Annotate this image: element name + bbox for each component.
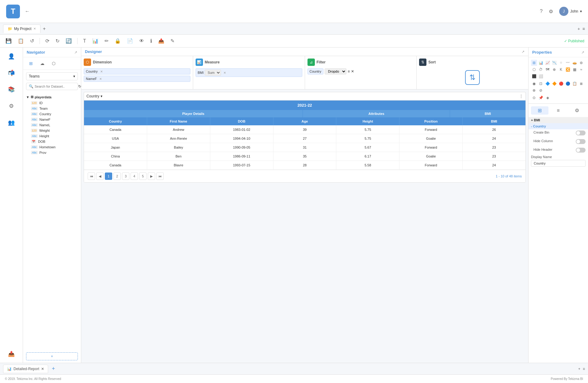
viz-heatmap-icon[interactable]: ▦ <box>571 66 578 73</box>
bmi-section-header[interactable]: + BMI <box>529 117 588 123</box>
page-3-button[interactable]: 3 <box>122 173 129 180</box>
viz-r3-icon[interactable]: 🔷 <box>544 81 551 87</box>
nav-tab-dataset[interactable]: ⊞ <box>27 60 35 67</box>
tab-menu-icon[interactable]: ≡ <box>582 26 585 31</box>
save-as-icon[interactable]: 📋 <box>16 37 26 45</box>
info-icon[interactable]: ℹ <box>148 37 154 45</box>
add-report-button[interactable]: + <box>52 366 55 372</box>
bottom-tab-detailed-report[interactable]: 📊 Detailed-Report ✕ <box>3 365 48 373</box>
viz-waterfall-icon[interactable]: ≈ <box>578 66 584 73</box>
tree-item-country[interactable]: Abc Country <box>31 111 78 117</box>
refresh-icon[interactable]: ⟳ <box>44 37 51 45</box>
tree-item-dob[interactable]: 📅 DOB <box>31 139 78 144</box>
sidebar-item-library[interactable]: 📚 <box>6 84 17 95</box>
filter-close-icon[interactable]: ✕ <box>351 69 354 74</box>
tree-item-weight[interactable]: 123 Weight <box>31 128 78 133</box>
share-icon[interactable]: 📤 <box>156 37 166 45</box>
dataset-dropdown[interactable]: Teams ▾ <box>26 72 78 80</box>
viz-pie-icon[interactable]: 🥧 <box>571 60 578 66</box>
viz-treemap-icon[interactable]: ⬛ <box>531 73 537 79</box>
viz-bar-icon[interactable]: 📊 <box>538 60 544 66</box>
back-button[interactable]: ← <box>25 9 30 14</box>
viz-combo-icon[interactable]: 🔀 <box>565 66 571 73</box>
sidebar-item-share[interactable]: 📤 <box>6 348 17 360</box>
bottom-menu-icon[interactable]: ≡ <box>583 367 585 371</box>
viz-area-icon[interactable]: 📉 <box>551 60 557 66</box>
viz-map-icon[interactable]: 🗺 <box>544 66 551 73</box>
analytics-tab-list[interactable]: ≡ <box>550 106 567 115</box>
viz-s2-icon[interactable]: 📌 <box>538 95 544 101</box>
tree-item-prov[interactable]: Abc Prov <box>31 150 78 155</box>
viz-r9-icon[interactable]: ⊗ <box>531 87 537 93</box>
help-icon[interactable]: ? <box>540 9 543 14</box>
viz-r10-icon[interactable]: ⊘ <box>538 87 544 93</box>
first-page-button[interactable]: ⏮ <box>88 173 95 180</box>
search-input[interactable] <box>35 85 77 88</box>
nav-tab-filter[interactable]: ⬡ <box>49 60 58 67</box>
user-menu[interactable]: J John ▾ <box>559 7 582 16</box>
tab-expand-icon[interactable]: + <box>578 26 580 31</box>
display-name-input[interactable] <box>531 160 586 167</box>
viz-gauge-icon[interactable]: ⏱ <box>538 66 544 73</box>
swap-icon[interactable]: 🔄 <box>64 37 74 45</box>
viz-line-icon[interactable]: 📈 <box>544 60 551 66</box>
tree-item-height[interactable]: Abc Height <box>31 133 78 139</box>
viz-table-icon[interactable]: ⊞ <box>531 60 537 66</box>
tab-my-project[interactable]: 📁 My Project ✕ <box>3 25 40 33</box>
report-menu-icon[interactable]: ⋮ <box>519 94 523 98</box>
page-1-button[interactable]: 1 <box>105 173 112 180</box>
viz-r8-icon[interactable]: ≣ <box>578 81 584 87</box>
tree-item-hometown[interactable]: Abc Hometown <box>31 144 78 150</box>
report-tab-close[interactable]: ✕ <box>41 367 44 371</box>
refresh-icon[interactable]: ↻ <box>78 84 81 89</box>
settings-icon[interactable]: ⚙ <box>549 9 553 14</box>
sidebar-item-inbox[interactable]: 📬 <box>6 67 17 79</box>
viz-funnel-icon[interactable]: ⬡ <box>531 66 537 73</box>
report-group-dropdown[interactable]: Country ▾ <box>86 94 102 98</box>
last-page-button[interactable]: ⏭ <box>156 173 164 180</box>
tree-item-namef[interactable]: Abc NameF <box>31 117 78 122</box>
filter-list-icon[interactable]: ≡ <box>348 69 350 74</box>
page-2-button[interactable]: 2 <box>113 173 121 180</box>
viz-s1-icon[interactable]: ⊙ <box>531 95 537 101</box>
hide-header-toggle[interactable] <box>576 148 586 153</box>
viz-s3-icon[interactable]: ◈ <box>544 95 551 101</box>
viz-extra1-icon[interactable]: ⬜ <box>538 73 544 79</box>
viz-r2-icon[interactable]: ⊡ <box>538 81 544 87</box>
tree-root[interactable]: ▼ ⊞ playerdata <box>26 94 78 100</box>
viz-r5-icon[interactable]: 🔴 <box>558 81 564 87</box>
edit-icon[interactable]: ✏ <box>103 37 110 45</box>
viz-r6-icon[interactable]: 🔵 <box>565 81 571 87</box>
viz-kpi-icon[interactable]: K <box>558 66 564 73</box>
tree-item-namel[interactable]: Abc NameL <box>31 122 78 128</box>
doc-icon[interactable]: 📄 <box>125 37 135 45</box>
viz-wave-icon[interactable]: 〰 <box>565 60 571 66</box>
navigator-expand-icon[interactable]: ↗ <box>74 50 77 55</box>
sidebar-item-settings[interactable]: ⚙ <box>6 100 17 112</box>
tag-close-icon[interactable]: ✕ <box>100 70 103 73</box>
add-dataset-button[interactable]: + <box>26 352 78 360</box>
filter-op-dropdown[interactable]: Dropdo <box>325 68 346 74</box>
lock-icon[interactable]: 🔒 <box>113 37 123 45</box>
viz-pivot-icon[interactable]: ⊕ <box>551 66 557 73</box>
viz-r4-icon[interactable]: 🔶 <box>551 81 557 87</box>
measure-agg-dropdown[interactable]: Sum <box>205 70 221 76</box>
page-4-button[interactable]: 4 <box>131 173 138 180</box>
pencil-icon[interactable]: ✎ <box>169 37 176 45</box>
properties-expand-icon[interactable]: ↗ <box>581 50 584 55</box>
chart-icon[interactable]: 📊 <box>90 37 100 45</box>
sidebar-item-users[interactable]: 👥 <box>6 117 17 128</box>
viz-scatter-icon[interactable]: ⁘ <box>558 60 564 66</box>
next-page-button[interactable]: ▶ <box>148 173 155 180</box>
prev-page-button[interactable]: ◀ <box>96 173 104 180</box>
create-bin-toggle[interactable] <box>576 131 586 135</box>
dimension-tag-country[interactable]: Country ✕ <box>84 68 190 74</box>
tab-add-button[interactable]: + <box>42 25 47 33</box>
sidebar-item-id[interactable]: 👤 <box>6 51 17 62</box>
view-icon[interactable]: 👁 <box>137 37 146 45</box>
country-section-header[interactable]: - Country <box>529 123 588 129</box>
sync-icon[interactable]: ↻ <box>54 37 61 45</box>
viz-donut-icon[interactable]: ⊚ <box>578 60 584 66</box>
viz-r7-icon[interactable]: 📋 <box>571 81 578 87</box>
designer-expand-icon[interactable]: ↗ <box>521 50 525 54</box>
